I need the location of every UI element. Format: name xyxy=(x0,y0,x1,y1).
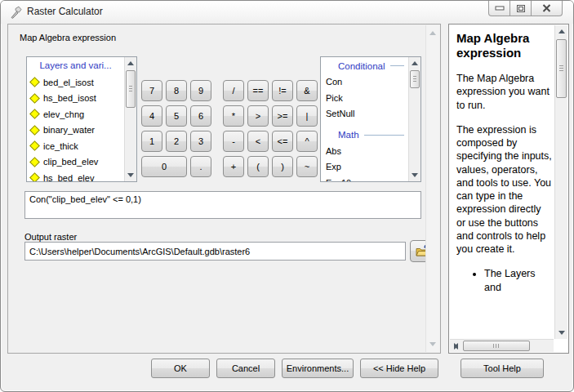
key-8[interactable]: 8 xyxy=(166,80,187,101)
key-<=[interactable]: <= xyxy=(272,131,293,152)
function-item[interactable]: Exp10 xyxy=(321,176,408,182)
key-&[interactable]: & xyxy=(296,80,318,101)
close-icon xyxy=(542,4,551,12)
help-vertical-scrollbar[interactable] xyxy=(554,25,567,339)
key-2[interactable]: 2 xyxy=(166,131,187,152)
help-bullet-list: The Layers and xyxy=(456,267,552,294)
scrollbar-thumb[interactable] xyxy=(410,70,420,88)
keypad-row: 123-<<=^ xyxy=(141,131,321,152)
layer-item[interactable]: binary_water xyxy=(27,122,124,139)
layers-list-header: Layers and vari... xyxy=(27,57,124,74)
key-+[interactable]: + xyxy=(223,156,244,177)
layer-item-label: clip_bed_elev xyxy=(43,157,98,167)
help-panel: Map Algebra expression The Map Algebra e… xyxy=(448,24,569,354)
scroll-up-icon[interactable] xyxy=(555,25,567,38)
minimize-button[interactable] xyxy=(488,1,510,16)
layer-item[interactable]: clip_bed_elev xyxy=(27,154,124,171)
layer-diamond-icon xyxy=(29,125,40,136)
keypad-row: 789/==!=& xyxy=(141,80,321,101)
key-0[interactable]: 0 xyxy=(141,156,187,177)
functions-listbox[interactable]: ConditionalConPickSetNullMathAbsExpExp10 xyxy=(320,56,421,182)
function-item[interactable]: Con xyxy=(321,74,408,91)
layer-item[interactable]: ice_thick xyxy=(27,138,124,154)
layer-item[interactable]: elev_chng xyxy=(27,106,124,122)
close-button[interactable] xyxy=(531,1,563,16)
function-section-header: Math xyxy=(321,127,408,144)
ok-button[interactable]: OK xyxy=(151,359,210,378)
maximize-button[interactable] xyxy=(509,1,532,16)
key-/[interactable]: / xyxy=(223,80,244,101)
functions-scrollbar[interactable] xyxy=(408,57,420,181)
function-section-label: Conditional xyxy=(338,61,385,71)
key-.[interactable]: . xyxy=(190,156,211,177)
function-item[interactable]: Abs xyxy=(321,144,408,160)
help-heading: Map Algebra expression xyxy=(456,31,552,60)
environments-button[interactable]: Environments... xyxy=(282,359,354,378)
minimize-icon xyxy=(495,6,505,11)
help-paragraphs: The Map Algebra expression you want to r… xyxy=(456,72,552,256)
key--[interactable]: - xyxy=(223,131,244,152)
help-bullet-item: The Layers and xyxy=(484,267,552,294)
layers-list: Layers and vari... bed_el_isosths_bed_is… xyxy=(27,57,124,181)
key-!=[interactable]: != xyxy=(272,80,293,101)
key-1[interactable]: 1 xyxy=(141,131,162,152)
function-item[interactable]: SetNull xyxy=(321,106,408,122)
layers-listbox[interactable]: Layers and vari... bed_el_isosths_bed_is… xyxy=(26,56,137,182)
functions-list: ConditionalConPickSetNullMathAbsExpExp10 xyxy=(321,57,408,181)
key-5[interactable]: 5 xyxy=(166,105,187,127)
key-*[interactable]: * xyxy=(223,105,244,127)
key-3[interactable]: 3 xyxy=(190,131,211,152)
help-paragraph: The Map Algebra expression you want to r… xyxy=(456,72,552,112)
scroll-down-icon[interactable] xyxy=(409,169,420,181)
section-divider xyxy=(390,65,404,66)
scroll-up-icon[interactable] xyxy=(125,57,136,69)
scroll-down-icon[interactable] xyxy=(555,327,567,339)
key->=[interactable]: >= xyxy=(272,105,293,127)
scroll-right-icon[interactable] xyxy=(450,340,462,352)
help-horizontal-scrollbar[interactable] xyxy=(450,339,554,352)
window-controls xyxy=(488,1,563,16)
cancel-button[interactable]: Cancel xyxy=(216,359,275,378)
scroll-down-icon[interactable] xyxy=(426,338,439,350)
layer-diamond-icon xyxy=(29,140,40,151)
key-6[interactable]: 6 xyxy=(190,105,211,127)
layer-item-label: ice_thick xyxy=(43,141,78,151)
layers-scrollbar[interactable] xyxy=(124,57,136,181)
key-|[interactable]: | xyxy=(296,105,318,127)
title-bar[interactable]: Raster Calculator xyxy=(1,1,573,24)
tool-help-button[interactable]: Tool Help xyxy=(461,359,544,378)
key-==[interactable]: == xyxy=(247,80,269,101)
hide-help-button[interactable]: << Hide Help xyxy=(360,359,438,378)
scroll-down-icon[interactable] xyxy=(125,169,136,181)
key->[interactable]: > xyxy=(247,105,269,127)
function-item[interactable]: Pick xyxy=(321,91,408,107)
key-9[interactable]: 9 xyxy=(190,80,211,101)
scrollbar-thumb[interactable] xyxy=(463,341,530,351)
layer-item[interactable]: hs_bed_isost xyxy=(27,91,124,107)
key-4[interactable]: 4 xyxy=(141,105,162,127)
raster-calculator-dialog: Raster Calculator Map Algebra expression… xyxy=(0,0,574,392)
function-item[interactable]: Exp xyxy=(321,159,408,176)
key-7[interactable]: 7 xyxy=(141,80,162,101)
scroll-up-icon[interactable] xyxy=(409,57,420,69)
operator-keypad: 789/==!=&456*>>=|123-<<=^0.+()~ xyxy=(141,80,321,181)
key-^[interactable]: ^ xyxy=(296,131,318,152)
layer-item[interactable]: hs_bed_elev xyxy=(27,170,124,181)
keypad-row: 456*>>=| xyxy=(141,105,321,127)
scrollbar-thumb[interactable] xyxy=(556,39,567,98)
layer-diamond-icon xyxy=(29,77,40,87)
key-<[interactable]: < xyxy=(247,131,269,152)
layer-item[interactable]: bed_el_isost xyxy=(27,74,124,91)
key-([interactable]: ( xyxy=(247,156,269,177)
key-)[interactable]: ) xyxy=(272,156,293,177)
help-content: Map Algebra expression The Map Algebra e… xyxy=(450,24,554,339)
key-~[interactable]: ~ xyxy=(296,156,318,177)
output-raster-input[interactable] xyxy=(24,242,406,261)
expression-input[interactable]: Con("clip_bed_elev" <= 0,1) xyxy=(24,191,421,219)
section-divider xyxy=(364,135,404,136)
window-title: Raster Calculator xyxy=(27,1,103,22)
scrollbar-thumb[interactable] xyxy=(126,70,136,108)
layer-item-label: bed_el_isost xyxy=(43,78,94,87)
parameters-scrollbar[interactable] xyxy=(425,25,439,352)
scroll-up-icon[interactable] xyxy=(426,27,439,39)
